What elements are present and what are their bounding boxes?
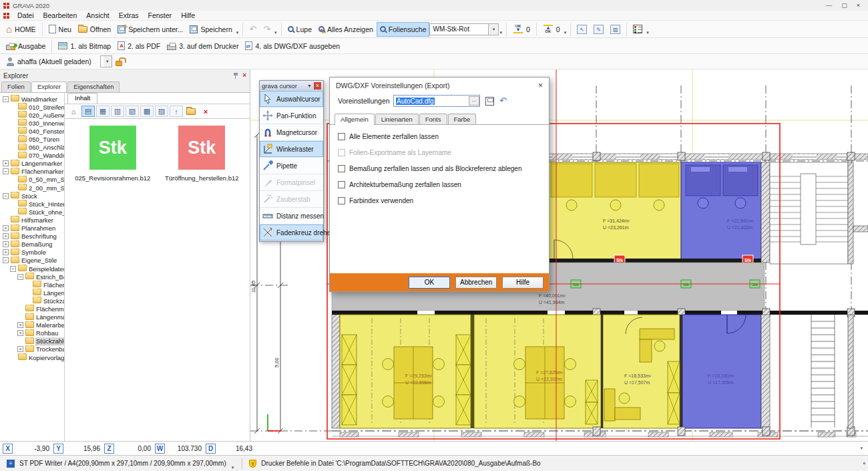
tree-expander-icon[interactable]: − — [3, 257, 9, 263]
layer-combobox[interactable]: WM-Stk-Rot ▾ — [429, 23, 499, 35]
ausgabe-button[interactable]: Ausgabe — [3, 39, 49, 53]
content-item[interactable]: StkTüröffnung_herstellen.b12 — [164, 126, 241, 434]
tree-item[interactable]: +Rohbau — [1, 329, 64, 337]
ok-button[interactable]: OK — [409, 277, 450, 289]
new-button[interactable]: Neu — [45, 22, 75, 37]
dialog-close-icon[interactable]: × — [538, 81, 543, 90]
coordbar-overflow-icon[interactable]: ▾ — [860, 446, 865, 451]
menu-bearbeiten[interactable]: Bearbeiten — [39, 11, 82, 19]
open-button[interactable]: Öffnen — [75, 22, 114, 37]
tree-item[interactable]: Flächenr — [1, 281, 64, 289]
checkbox[interactable] — [338, 133, 345, 140]
tree-item[interactable]: 060_Anschläge — [1, 144, 64, 152]
user-button[interactable]: ahaffa (Aktuell geladen) — [3, 54, 95, 69]
tool-magnetcursor[interactable]: Magnetcursor — [260, 124, 323, 141]
tree-item[interactable]: +Bemaßung — [1, 241, 64, 249]
bitmap-button[interactable]: 1. als Bitmap — [55, 39, 114, 53]
home-button[interactable]: ⌂HOME — [3, 22, 39, 37]
delete-icon[interactable]: × — [199, 106, 212, 117]
menu-extras[interactable]: Extras — [114, 11, 144, 19]
tree-item[interactable]: Stück_ohne_Hin — [1, 208, 64, 216]
layer-dropdown[interactable]: ▾ — [499, 25, 502, 35]
tree-item[interactable]: Stückzah — [1, 297, 64, 305]
up-folder-icon[interactable]: ↑ — [170, 106, 183, 117]
statusbar-overflow-icon[interactable]: ▾ — [863, 461, 868, 466]
foliensuche-button[interactable]: Foliensuche — [377, 22, 430, 37]
pin-icon[interactable] — [233, 72, 238, 79]
content-item[interactable]: Stk025_Revisionsrahmen.b12 — [74, 126, 152, 434]
checkbox[interactable] — [338, 165, 345, 172]
tool-pipette[interactable]: Pipette — [260, 158, 323, 174]
tree-item[interactable]: −Estrich_Bode — [1, 273, 64, 281]
tool-formatpinsel[interactable]: Formatpinsel — [260, 174, 323, 191]
view-thumbs-icon[interactable]: ▨ — [155, 106, 168, 117]
printer-button[interactable]: 3. auf dem Drucker — [164, 39, 242, 53]
tree-expander-icon[interactable]: + — [17, 330, 23, 336]
tree-item[interactable]: Längenmark — [1, 313, 64, 321]
cursor-toolbar-close-icon[interactable]: × — [314, 82, 321, 90]
tree-item[interactable]: −Eigene_Stile — [1, 257, 64, 265]
view-large-icons-icon[interactable]: ▤ — [81, 106, 95, 117]
dialog-tab-allgemein[interactable]: Allgemein — [335, 114, 375, 125]
tree-item[interactable]: 050_Türen — [1, 135, 64, 143]
cursor-toolbar-titlebar[interactable]: grava cursor ▼ × — [260, 81, 323, 91]
menu-ansicht[interactable]: Ansicht — [81, 11, 114, 19]
abbrechen-button[interactable]: Abbrechen — [455, 277, 497, 289]
checkbox[interactable] — [338, 181, 345, 188]
view-details-icon[interactable]: ▧ — [126, 106, 139, 117]
tree-item[interactable]: Hilfsmarker — [1, 216, 64, 224]
tree-expander-icon[interactable]: + — [3, 233, 9, 239]
legend-button[interactable] — [630, 22, 646, 37]
minimize-button[interactable]: — — [826, 2, 832, 9]
tree-expander-icon[interactable]: − — [10, 266, 16, 272]
tree-expander-icon[interactable]: + — [17, 322, 23, 328]
tree-item[interactable]: −Beispieldaten — [1, 265, 64, 273]
tree-expander-icon[interactable]: + — [3, 249, 9, 255]
explorer-tab-folien[interactable]: Folien — [1, 82, 31, 92]
save-preset-icon[interactable] — [485, 97, 494, 106]
tree-item[interactable]: Längenn — [1, 289, 64, 297]
tool-fadenkreuz-drehen[interactable]: Fadenkreuz drehen — [260, 224, 323, 241]
dialog-titlebar[interactable]: DWG/DXF Voreinstellungen (Export) × — [330, 77, 549, 94]
tree-expander-icon[interactable]: − — [17, 274, 23, 280]
undo-dropdown[interactable]: ▾ — [274, 25, 277, 35]
menu-datei[interactable]: Datei — [13, 11, 39, 19]
tree-expander-icon[interactable]: − — [3, 193, 9, 199]
tool-distanz-messen[interactable]: Distanz messen — [260, 208, 323, 224]
tree-item[interactable]: Stück_Hintergru — [1, 200, 64, 208]
hilfe-button[interactable]: Hilfe — [502, 277, 544, 289]
tree-item[interactable]: 010_Streifenfun — [1, 103, 64, 111]
tree-item[interactable]: 030_Innenwänd — [1, 119, 64, 127]
undo-button[interactable]: ↶ — [246, 22, 260, 37]
dialog-tab-linienarten[interactable]: Linienarten — [375, 114, 419, 124]
tree-item[interactable]: +Trockenbau — [1, 345, 64, 353]
tree-item[interactable]: −Stück — [1, 192, 64, 200]
dialog-tab-fonts[interactable]: Fonts — [419, 114, 447, 124]
browse-button[interactable]: ... — [469, 96, 479, 106]
dwgdxf-button[interactable]: 4. als DWG/DXF ausgeben — [242, 39, 343, 53]
tree-expander-icon[interactable]: − — [3, 96, 9, 102]
tree-item[interactable]: Kopiervorlagen — [1, 353, 64, 361]
tree-item[interactable]: +Längenmarker — [1, 160, 64, 168]
lupe-button[interactable]: Lupe — [284, 22, 315, 37]
tree-expander-icon[interactable]: − — [3, 168, 9, 174]
printer-info-icon[interactable]: ≡ — [7, 460, 15, 468]
ok-dropdown[interactable]: ▾ — [564, 25, 567, 35]
printer-dropdown[interactable]: ▾ — [232, 460, 234, 470]
ok-level-button[interactable]: ▲OK 0 — [539, 22, 564, 37]
explorer-tab-eigenschaften[interactable]: Eigenschaften — [67, 82, 120, 92]
menu-fenster[interactable]: Fenster — [144, 11, 177, 19]
voreinstellungen-input[interactable]: AutoCad.dfg ... — [393, 95, 480, 107]
save-dropdown[interactable]: ▾ — [236, 25, 239, 35]
maximize-button[interactable]: ▢ — [841, 2, 847, 9]
tool-auswahlcursor[interactable]: Auswahlcursor — [260, 91, 323, 108]
dialog-tab-farbe[interactable]: Farbe — [448, 114, 477, 124]
explorer-tab-explorer[interactable]: Explorer — [31, 82, 67, 92]
panel-select-button[interactable]: ↖ — [574, 22, 590, 37]
view-tiles-icon[interactable]: ▩ — [140, 106, 154, 117]
tree-item[interactable]: +Beschriftung — [1, 232, 64, 241]
view-small-icons-icon[interactable]: ▦ — [96, 106, 110, 117]
save-as-button[interactable]: Speichern unter... — [114, 22, 186, 37]
view-list-icon[interactable]: ▥ — [111, 106, 124, 117]
reset-preset-icon[interactable]: ↶ — [499, 97, 507, 105]
